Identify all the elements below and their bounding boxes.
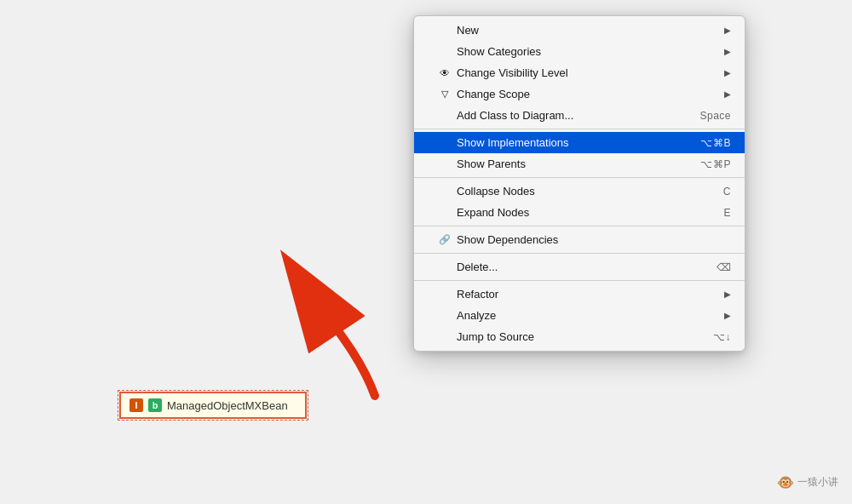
submenu-arrow-show-categories: ▶ [724, 47, 731, 56]
separator-1 [414, 129, 745, 129]
node-box[interactable]: I b ManagedObjectMXBean [119, 392, 307, 419]
context-menu: New ▶ Show Categories ▶ 👁 Change Visibil… [413, 15, 746, 352]
menu-item-new[interactable]: New ▶ [414, 20, 745, 41]
submenu-arrow-visibility: ▶ [724, 68, 731, 77]
separator-5 [414, 280, 745, 281]
shortcut-show-parents: ⌥⌘P [700, 158, 731, 170]
submenu-arrow-analyze: ▶ [724, 311, 731, 320]
menu-item-delete[interactable]: Delete... ⌫ [414, 256, 745, 278]
menu-item-expand-left: Expand Nodes [438, 206, 529, 219]
watermark-icon: 🐵 [777, 474, 794, 490]
watermark-text: 一猿小讲 [797, 475, 838, 490]
submenu-arrow-scope: ▶ [724, 89, 731, 99]
menu-item-show-parents-left: Show Parents [438, 158, 526, 170]
menu-item-analyze-left: Analyze [438, 309, 496, 322]
menu-icon-visibility: 👁 [438, 67, 452, 79]
menu-label-add-class: Add Class to Diagram... [457, 109, 573, 122]
menu-item-show-categories[interactable]: Show Categories ▶ [414, 41, 745, 62]
menu-label-show-implementations: Show Implementations [457, 136, 569, 149]
watermark: 🐵 一猿小讲 [777, 474, 838, 490]
menu-item-collapse-nodes[interactable]: Collapse Nodes C [414, 180, 745, 202]
menu-item-change-visibility[interactable]: 👁 Change Visibility Level ▶ [414, 62, 745, 83]
menu-item-collapse-left: Collapse Nodes [438, 185, 535, 198]
shortcut-collapse: C [723, 186, 731, 198]
separator-2 [414, 177, 745, 178]
menu-label-collapse-nodes: Collapse Nodes [457, 185, 535, 198]
menu-label-jump-to-source: Jump to Source [457, 330, 534, 343]
node-icon-b: b [148, 398, 162, 412]
separator-3 [414, 226, 745, 226]
menu-item-show-implementations[interactable]: Show Implementations ⌥⌘B [414, 132, 745, 153]
menu-label-expand-nodes: Expand Nodes [457, 206, 529, 219]
menu-item-expand-nodes[interactable]: Expand Nodes E [414, 202, 745, 223]
menu-item-new-left: New [438, 24, 479, 37]
menu-item-jump-to-source[interactable]: Jump to Source ⌥↓ [414, 326, 745, 347]
menu-item-change-scope[interactable]: ▽ Change Scope ▶ [414, 83, 745, 105]
submenu-arrow-new: ▶ [724, 26, 731, 35]
menu-item-change-visibility-left: 👁 Change Visibility Level [438, 66, 568, 79]
menu-item-add-class[interactable]: Add Class to Diagram... Space [414, 105, 745, 126]
menu-label-change-scope: Change Scope [457, 88, 530, 100]
shortcut-expand: E [723, 207, 731, 219]
menu-icon-scope: ▽ [438, 89, 452, 100]
separator-4 [414, 253, 745, 254]
menu-icon-dependencies: 🔗 [438, 234, 452, 245]
shortcut-jump: ⌥↓ [713, 331, 731, 343]
menu-label-analyze: Analyze [457, 309, 496, 322]
diagram-node[interactable]: I b ManagedObjectMXBean [119, 392, 307, 419]
menu-label-show-dependencies: Show Dependencies [457, 233, 558, 246]
menu-item-show-parents[interactable]: Show Parents ⌥⌘P [414, 153, 745, 175]
menu-item-analyze[interactable]: Analyze ▶ [414, 305, 745, 326]
menu-label-change-visibility: Change Visibility Level [457, 66, 568, 79]
menu-label-refactor: Refactor [457, 288, 498, 301]
submenu-arrow-refactor: ▶ [724, 289, 731, 299]
menu-item-show-categories-left: Show Categories [438, 45, 541, 58]
shortcut-show-implementations: ⌥⌘B [700, 137, 731, 149]
node-icon-i: I [130, 398, 143, 412]
menu-item-show-dependencies[interactable]: 🔗 Show Dependencies [414, 229, 745, 250]
menu-item-add-class-left: Add Class to Diagram... [438, 109, 573, 122]
menu-label-delete: Delete... [457, 261, 498, 273]
menu-label-new: New [457, 24, 479, 37]
menu-item-change-scope-left: ▽ Change Scope [438, 88, 530, 100]
menu-item-delete-left: Delete... [438, 261, 498, 273]
menu-label-show-parents: Show Parents [457, 158, 526, 170]
menu-item-show-dependencies-left: 🔗 Show Dependencies [438, 233, 558, 246]
menu-item-jump-left: Jump to Source [438, 330, 534, 343]
shortcut-add-class: Space [699, 110, 731, 122]
menu-item-show-implementations-left: Show Implementations [438, 136, 569, 149]
shortcut-delete: ⌫ [717, 261, 732, 273]
node-label: ManagedObjectMXBean [167, 399, 288, 412]
menu-item-refactor-left: Refactor [438, 288, 498, 301]
menu-label-show-categories: Show Categories [457, 45, 541, 58]
menu-item-refactor[interactable]: Refactor ▶ [414, 284, 745, 305]
